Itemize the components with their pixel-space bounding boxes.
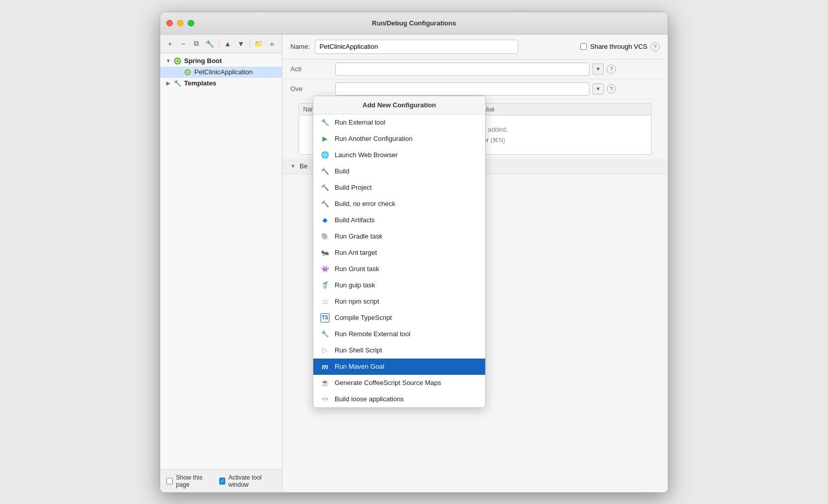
main-content: + − ⧉ 🔧 ▲ ▼ 📁 » ▼ bbox=[160, 35, 668, 492]
build-project-label: Build Project bbox=[335, 184, 372, 191]
show-page-row: Show this page bbox=[166, 474, 211, 488]
ove-help[interactable]: ? bbox=[607, 84, 616, 94]
build-no-error-icon: 🔨 bbox=[320, 199, 330, 209]
more-button[interactable]: » bbox=[267, 38, 278, 50]
panel-row-1: Acti ▼ ? bbox=[282, 60, 668, 79]
templates-label: Templates bbox=[184, 79, 216, 87]
menu-item-launch-web[interactable]: 🌐 Launch Web Browser bbox=[313, 147, 485, 163]
run-external-icon: 🔧 bbox=[320, 118, 330, 127]
select-row-2: ▼ ? bbox=[335, 82, 660, 96]
run-another-icon: ▶ bbox=[320, 134, 330, 143]
bottom-bar: Show this page ✓ Activate tool window bbox=[160, 469, 282, 492]
build-loose-label: Build loose applications bbox=[335, 395, 404, 403]
compile-ts-icon: TS bbox=[320, 313, 330, 322]
svg-point-2 bbox=[176, 60, 179, 62]
name-input[interactable] bbox=[315, 40, 518, 54]
menu-item-build-loose[interactable]: <> Build loose applications bbox=[313, 391, 485, 407]
run-npm-label: Run npm script bbox=[335, 298, 379, 305]
run-shell-icon: ▷ bbox=[320, 346, 330, 355]
add-new-config-dropdown: Add New Configuration 🔧 Run External too… bbox=[313, 96, 486, 408]
run-gulp-icon: 🥤 bbox=[320, 281, 330, 290]
show-page-checkbox[interactable] bbox=[166, 478, 173, 485]
run-ant-label: Run Ant target bbox=[335, 249, 377, 256]
templates-icon: 🔧 bbox=[173, 79, 182, 87]
menu-item-build-artifacts[interactable]: ◆ Build Artifacts bbox=[313, 212, 485, 228]
share-vcs-label: Share through VCS bbox=[590, 43, 647, 50]
acti-select[interactable] bbox=[335, 63, 589, 76]
gen-coffee-icon: ☕ bbox=[320, 378, 330, 388]
acti-label: Acti bbox=[290, 65, 331, 73]
close-button[interactable] bbox=[166, 20, 173, 26]
up-button[interactable]: ▲ bbox=[222, 38, 233, 50]
run-debug-window: Run/Debug Configurations + − ⧉ 🔧 ▲ ▼ 📁 »… bbox=[160, 12, 668, 493]
run-remote-icon: 🔧 bbox=[320, 330, 330, 339]
menu-item-run-remote[interactable]: 🔧 Run Remote External tool bbox=[313, 326, 485, 342]
menu-item-build[interactable]: 🔨 Build bbox=[313, 163, 485, 180]
menu-item-compile-ts[interactable]: TS Compile TypeScript bbox=[313, 310, 485, 326]
tree-node-spring-boot[interactable]: ▼ Spring Boot bbox=[160, 55, 282, 67]
name-row: Name: Share through VCS ? bbox=[282, 35, 668, 60]
dropdown-header: Add New Configuration bbox=[313, 96, 485, 114]
expand-icon: ▼ bbox=[164, 57, 172, 65]
spring-boot-label: Spring Boot bbox=[184, 57, 222, 65]
minimize-button[interactable] bbox=[177, 20, 184, 26]
share-vcs-checkbox[interactable] bbox=[580, 43, 587, 50]
select-row-1: ▼ ? bbox=[335, 63, 660, 76]
before-expand[interactable]: ▼ bbox=[290, 163, 295, 169]
gen-coffee-label: Generate CoffeeScript Source Maps bbox=[335, 379, 441, 387]
down-button[interactable]: ▼ bbox=[235, 38, 247, 50]
menu-item-run-ant[interactable]: 🐜 Run Ant target bbox=[313, 245, 485, 261]
col-value: Value bbox=[476, 104, 652, 115]
build-artifacts-label: Build Artifacts bbox=[335, 216, 375, 224]
pet-clinic-label: PetClinicApplication bbox=[194, 68, 253, 76]
run-maven-label: Run Maven Goal bbox=[335, 363, 385, 370]
run-grunt-label: Run Grunt task bbox=[335, 265, 379, 273]
divider-2 bbox=[250, 40, 250, 48]
activate-tool-checkbox[interactable]: ✓ bbox=[219, 478, 225, 485]
menu-item-run-external[interactable]: 🔧 Run External tool bbox=[313, 114, 485, 131]
launch-web-label: Launch Web Browser bbox=[335, 151, 398, 159]
menu-item-run-grunt[interactable]: 👾 Run Grunt task bbox=[313, 261, 485, 277]
before-label: Be bbox=[300, 162, 308, 170]
menu-item-run-shell[interactable]: ▷ Run Shell Script bbox=[313, 342, 485, 359]
run-grunt-icon: 👾 bbox=[320, 264, 330, 274]
run-external-label: Run External tool bbox=[335, 118, 386, 126]
settings-button[interactable]: 🔧 bbox=[204, 38, 215, 50]
tree-area: ▼ Spring Boot bbox=[160, 53, 282, 469]
add-button[interactable]: + bbox=[164, 38, 175, 50]
run-shell-label: Run Shell Script bbox=[335, 346, 382, 354]
build-label: Build bbox=[335, 167, 349, 175]
build-icon: 🔨 bbox=[320, 167, 330, 176]
tree-node-pet-clinic[interactable]: PetClinicApplication bbox=[160, 67, 282, 78]
share-vcs-help[interactable]: ? bbox=[650, 42, 660, 51]
window-title: Run/Debug Configurations bbox=[372, 19, 456, 27]
menu-item-run-gulp[interactable]: 🥤 Run gulp task bbox=[313, 277, 485, 293]
menu-item-run-another[interactable]: ▶ Run Another Configuration bbox=[313, 131, 485, 147]
run-another-label: Run Another Configuration bbox=[335, 135, 412, 142]
run-gulp-label: Run gulp task bbox=[335, 281, 375, 289]
menu-item-build-no-error[interactable]: 🔨 Build, no error check bbox=[313, 196, 485, 212]
run-maven-icon: m bbox=[320, 362, 330, 371]
tree-node-templates[interactable]: ▶ 🔧 Templates bbox=[160, 78, 282, 89]
svg-point-5 bbox=[187, 71, 189, 73]
acti-dropdown-arrow[interactable]: ▼ bbox=[593, 64, 604, 75]
remove-button[interactable]: − bbox=[178, 38, 189, 50]
compile-ts-label: Compile TypeScript bbox=[335, 314, 392, 321]
acti-help[interactable]: ? bbox=[607, 65, 616, 74]
menu-item-run-gradle[interactable]: 🐘 Run Gradle task bbox=[313, 228, 485, 245]
menu-item-gen-coffee[interactable]: ☕ Generate CoffeeScript Source Maps bbox=[313, 375, 485, 391]
add-param-shortcut: (⌘N) bbox=[490, 137, 505, 144]
menu-item-build-project[interactable]: 🔨 Build Project bbox=[313, 180, 485, 196]
expand-icon-templates: ▶ bbox=[164, 79, 172, 87]
maximize-button[interactable] bbox=[188, 20, 194, 26]
launch-web-icon: 🌐 bbox=[320, 151, 330, 160]
folder-button[interactable]: 📁 bbox=[253, 38, 264, 50]
copy-button[interactable]: ⧉ bbox=[191, 38, 202, 50]
ove-dropdown-arrow[interactable]: ▼ bbox=[593, 83, 604, 95]
ove-label: Ove bbox=[290, 85, 331, 93]
menu-item-run-maven[interactable]: m Run Maven Goal bbox=[313, 359, 485, 375]
ove-select[interactable] bbox=[335, 82, 589, 96]
menu-item-run-npm[interactable]: □ Run npm script bbox=[313, 293, 485, 310]
activate-tool-label: Activate tool window bbox=[228, 474, 276, 488]
name-label: Name: bbox=[290, 43, 310, 50]
